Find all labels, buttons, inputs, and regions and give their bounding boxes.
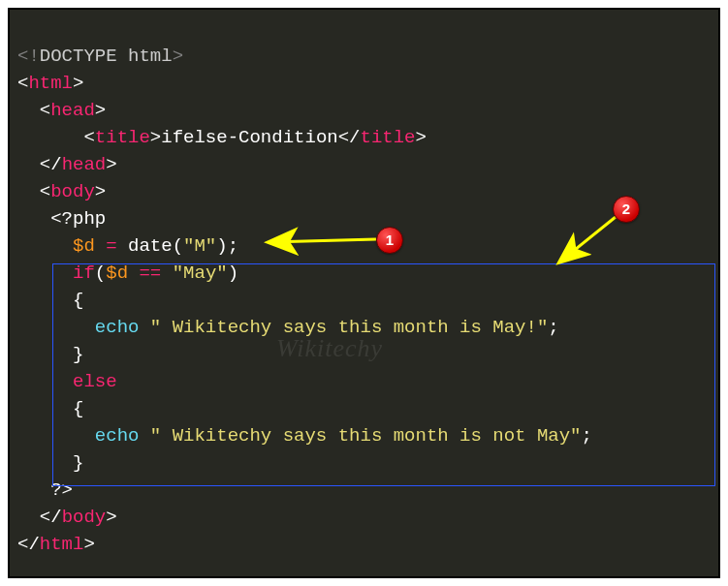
code-token: [139, 425, 149, 447]
code-token: echo: [95, 317, 140, 338]
code-token: >: [150, 127, 161, 148]
code-content: <!DOCTYPE html> <html> <head> <title>ife…: [17, 15, 592, 578]
code-token: >: [106, 154, 116, 175]
code-token: }: [73, 452, 83, 474]
code-token: <!: [17, 46, 40, 67]
code-token: {: [73, 290, 83, 311]
code-token: [139, 317, 149, 338]
code-token: [161, 262, 172, 284]
code-token: html: [40, 534, 84, 555]
code-token: " Wikitechy says this month is May!": [150, 317, 548, 338]
code-token: "M": [183, 235, 216, 257]
code-token: DOCTYPE: [40, 46, 117, 67]
code-token: title: [95, 127, 150, 148]
code-token: title: [361, 127, 416, 148]
code-token: </: [40, 507, 62, 528]
code-token: </: [17, 534, 40, 555]
code-token: =: [106, 235, 116, 257]
code-token: >: [73, 73, 83, 94]
screenshot-frame: <!DOCTYPE html> <html> <head> <title>ife…: [0, 0, 728, 586]
code-token: ): [228, 262, 238, 284]
code-token: <: [83, 127, 94, 148]
code-token: <?: [50, 208, 73, 230]
code-token: ifelse-Condition: [161, 127, 337, 148]
code-token: echo: [95, 425, 140, 447]
code-editor-panel: <!DOCTYPE html> <html> <head> <title>ife…: [8, 8, 720, 578]
code-token: head: [62, 154, 107, 175]
code-token: date(: [117, 235, 183, 257]
code-token: ?>: [50, 479, 73, 501]
code-token: head: [50, 100, 95, 121]
code-token: html: [28, 73, 73, 94]
code-token: >: [95, 181, 106, 202]
code-token: if: [73, 262, 95, 284]
code-token: );: [216, 235, 238, 257]
code-token: ;: [582, 425, 592, 447]
code-token: >: [95, 100, 106, 121]
code-token: </: [40, 154, 62, 175]
code-token: >: [106, 507, 116, 528]
code-token: <: [40, 181, 50, 202]
code-token: ;: [548, 317, 558, 338]
code-token: html: [128, 46, 173, 67]
code-token: >: [416, 127, 427, 148]
code-token: ==: [139, 262, 161, 284]
code-token: [117, 46, 128, 67]
annotation-badge-2: 2: [613, 196, 640, 223]
code-token: >: [83, 534, 94, 555]
code-token: body: [62, 507, 107, 528]
code-token: $d: [106, 262, 128, 284]
code-token: {: [73, 398, 83, 419]
code-token: [95, 235, 106, 257]
code-token: </: [338, 127, 361, 148]
code-token: >: [173, 46, 183, 67]
code-token: [128, 262, 139, 284]
code-token: (: [95, 262, 106, 284]
code-token: $d: [73, 235, 95, 257]
code-token: <: [40, 100, 50, 121]
code-token: " Wikitechy says this month is not May": [150, 425, 582, 447]
code-token: body: [50, 181, 95, 202]
code-token: "May": [173, 262, 228, 284]
code-token: <: [17, 73, 28, 94]
code-token: else: [73, 371, 117, 392]
code-token: }: [73, 344, 83, 365]
annotation-badge-1: 1: [376, 227, 403, 254]
code-token: php: [73, 208, 106, 230]
